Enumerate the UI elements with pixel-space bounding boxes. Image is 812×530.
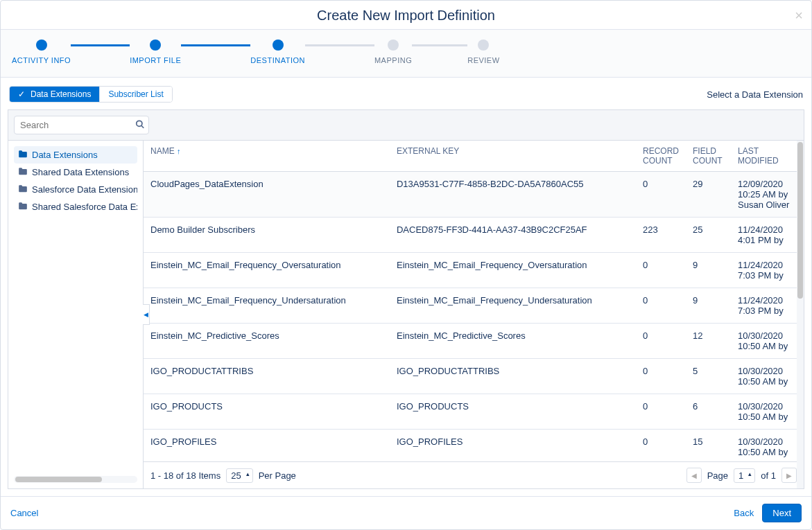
cell-last: 12/09/2020 10:25 AM by Susan Oliver bbox=[731, 172, 804, 218]
cell-field: 9 bbox=[686, 253, 731, 288]
per-page-label: Per Page bbox=[259, 470, 296, 481]
cell-last: 10/30/2020 10:50 AM by bbox=[731, 324, 804, 359]
wizard-progress: ACTIVITY INFOIMPORT FILEDESTINATIONMAPPI… bbox=[1, 30, 811, 78]
folder-icon bbox=[18, 150, 28, 160]
folder-data-extensions[interactable]: Data Extensions bbox=[14, 146, 137, 164]
col-record-count[interactable]: RECORD COUNT bbox=[636, 141, 686, 172]
table-row[interactable]: Demo Builder SubscribersDACED875-FF3D-44… bbox=[144, 218, 804, 253]
step-label: IMPORT FILE bbox=[130, 56, 181, 64]
cell-rec: 0 bbox=[636, 359, 686, 394]
modal-header: Create New Import Definition × bbox=[1, 1, 811, 30]
folder-shared-salesforce-data-extensions[interactable]: Shared Salesforce Data Extensions bbox=[14, 198, 137, 215]
cell-name: CloudPages_DataExtension bbox=[144, 172, 390, 218]
toggle-label-a: Data Extensions bbox=[31, 89, 91, 99]
col-ext[interactable]: EXTERNAL KEY bbox=[390, 141, 636, 172]
cell-rec: 0 bbox=[636, 172, 686, 218]
cell-field: 6 bbox=[686, 394, 731, 430]
table-row[interactable]: CloudPages_DataExtensionD13A9531-C77F-48… bbox=[144, 172, 804, 218]
table-row[interactable]: Einstein_MC_Email_Frequency_Undersaturat… bbox=[144, 288, 804, 324]
collapse-sidebar-handle[interactable]: ◀ bbox=[143, 304, 150, 325]
modal-dialog: Create New Import Definition × ACTIVITY … bbox=[0, 0, 812, 530]
wizard-step-mapping[interactable]: MAPPING bbox=[374, 39, 412, 64]
table-row[interactable]: IGO_PRODUCTSIGO_PRODUCTS0610/30/2020 10:… bbox=[144, 394, 804, 430]
wizard-step-activity-info[interactable]: ACTIVITY INFO bbox=[12, 39, 71, 64]
sidebar-hscroll[interactable] bbox=[14, 476, 137, 483]
close-icon[interactable]: × bbox=[795, 8, 803, 24]
cell-last: 10/30/2020 10:50 AM by bbox=[731, 359, 804, 394]
cell-ext: IGO_PROFILES bbox=[390, 430, 636, 462]
wizard-step-review[interactable]: REVIEW bbox=[467, 39, 499, 64]
svg-line-1 bbox=[141, 125, 144, 128]
cell-name: Einstein_MC_Email_Frequency_Oversaturati… bbox=[144, 253, 390, 288]
folder-label: Shared Salesforce Data Extensions bbox=[32, 202, 137, 212]
next-button[interactable]: Next bbox=[762, 504, 802, 522]
table-scroll[interactable]: NAME ↑ EXTERNAL KEY RECORD COUNT FIELD C… bbox=[144, 141, 804, 461]
table-row[interactable]: Einstein_MC_Predictive_ScoresEinstein_MC… bbox=[144, 324, 804, 359]
cell-name: IGO_PROFILES bbox=[144, 430, 390, 462]
pager-range: 1 - 18 of 18 Items bbox=[150, 470, 221, 481]
toggle-label-b: Subscriber List bbox=[108, 89, 163, 99]
step-connector bbox=[412, 44, 467, 46]
cell-rec: 0 bbox=[636, 288, 686, 324]
folder-shared-data-extensions[interactable]: Shared Data Extensions bbox=[14, 164, 137, 181]
cell-field: 12 bbox=[686, 324, 731, 359]
cell-name: IGO_PRODUCTS bbox=[144, 394, 390, 430]
page-label: Page bbox=[707, 470, 728, 481]
page-size-select[interactable]: 25 bbox=[226, 468, 252, 483]
modal-title: Create New Import Definition bbox=[12, 8, 800, 24]
check-icon bbox=[18, 89, 28, 99]
cell-ext: IGO_PRODUCTS bbox=[390, 394, 636, 430]
cell-rec: 223 bbox=[636, 218, 686, 253]
folder-icon bbox=[18, 202, 28, 212]
wizard-step-destination[interactable]: DESTINATION bbox=[250, 39, 305, 64]
sort-asc-icon: ↑ bbox=[177, 147, 181, 155]
table-row[interactable]: Einstein_MC_Email_Frequency_Oversaturati… bbox=[144, 253, 804, 288]
search-box bbox=[14, 116, 149, 134]
step-dot-icon bbox=[150, 39, 161, 51]
folder-salesforce-data-extensions[interactable]: Salesforce Data Extensions bbox=[14, 181, 137, 198]
cell-name: IGO_PRODUCTATTRIBS bbox=[144, 359, 390, 394]
cell-name: Demo Builder Subscribers bbox=[144, 218, 390, 253]
wizard-step-import-file[interactable]: IMPORT FILE bbox=[130, 39, 181, 64]
table-row[interactable]: IGO_PRODUCTATTRIBSIGO_PRODUCTATTRIBS0510… bbox=[144, 359, 804, 394]
table-row[interactable]: IGO_PROFILESIGO_PROFILES01510/30/2020 10… bbox=[144, 430, 804, 462]
page-number-select[interactable]: 1 bbox=[734, 468, 755, 483]
step-label: DESTINATION bbox=[250, 56, 305, 64]
cell-rec: 0 bbox=[636, 253, 686, 288]
cell-last: 11/24/2020 7:03 PM by bbox=[731, 253, 804, 288]
cell-ext: DACED875-FF3D-441A-AA37-43B9C2CF25AF bbox=[390, 218, 636, 253]
step-label: ACTIVITY INFO bbox=[12, 56, 71, 64]
step-label: REVIEW bbox=[467, 56, 499, 64]
step-label: MAPPING bbox=[374, 56, 412, 64]
cell-ext: Einstein_MC_Predictive_Scores bbox=[390, 324, 636, 359]
cell-field: 25 bbox=[686, 218, 731, 253]
folder-icon bbox=[18, 184, 28, 195]
folder-label: Salesforce Data Extensions bbox=[32, 184, 137, 195]
folder-sidebar: Data ExtensionsShared Data ExtensionsSal… bbox=[8, 141, 144, 488]
folder-tree: Data ExtensionsShared Data ExtensionsSal… bbox=[14, 146, 137, 472]
cell-last: 11/24/2020 7:03 PM by bbox=[731, 288, 804, 324]
col-name[interactable]: NAME ↑ bbox=[144, 141, 390, 172]
col-last-modified[interactable]: LAST MODIFIED bbox=[731, 141, 804, 172]
cell-field: 15 bbox=[686, 430, 731, 462]
cell-ext: Einstein_MC_Email_Frequency_Undersaturat… bbox=[390, 288, 636, 324]
search-icon bbox=[135, 119, 145, 131]
cell-ext: IGO_PRODUCTATTRIBS bbox=[390, 359, 636, 394]
page-of: of 1 bbox=[761, 470, 776, 481]
back-button[interactable]: Back bbox=[734, 508, 754, 518]
pager-prev[interactable]: ◀ bbox=[686, 468, 702, 483]
pager-next[interactable]: ▶ bbox=[781, 468, 797, 483]
toggle-data-extensions[interactable]: Data Extensions bbox=[10, 87, 99, 102]
table-vscroll[interactable] bbox=[797, 141, 804, 461]
cancel-button[interactable]: Cancel bbox=[10, 508, 38, 518]
search-input[interactable] bbox=[14, 116, 149, 134]
col-field-count[interactable]: FIELD COUNT bbox=[686, 141, 731, 172]
content-area: Data ExtensionsShared Data ExtensionsSal… bbox=[1, 109, 811, 496]
step-dot-icon bbox=[388, 39, 399, 51]
folder-label: Data Extensions bbox=[32, 150, 98, 160]
cell-name: Einstein_MC_Predictive_Scores bbox=[144, 324, 390, 359]
cell-last: 11/24/2020 4:01 PM by bbox=[731, 218, 804, 253]
cell-rec: 0 bbox=[636, 324, 686, 359]
toggle-subscriber-list[interactable]: Subscriber List bbox=[99, 87, 171, 102]
selection-hint: Select a Data Extension bbox=[707, 89, 803, 100]
